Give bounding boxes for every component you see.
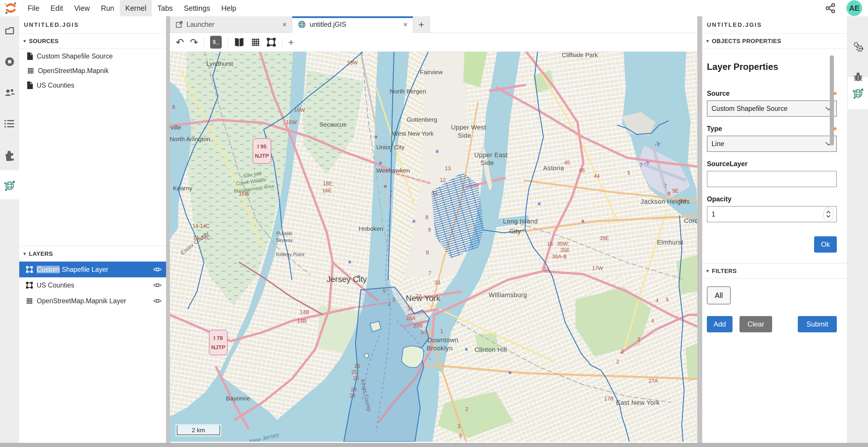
new-raster-layer-icon[interactable]: [251, 37, 260, 47]
filter-add-button[interactable]: Add: [707, 316, 733, 332]
close-tab-icon[interactable]: ×: [403, 20, 408, 29]
menu-tabs[interactable]: Tabs: [152, 0, 178, 16]
menu-file[interactable]: File: [22, 0, 45, 16]
toolbar-separator: [282, 36, 282, 48]
left-split-handle[interactable]: [166, 16, 170, 443]
source-item-us-counties[interactable]: US Counties: [19, 78, 166, 93]
layer-item-us-counties[interactable]: US Counties: [19, 277, 166, 293]
objects-properties-header[interactable]: ▾ OBJECTS PROPERTIES: [702, 33, 847, 49]
ref-label: 4: [651, 318, 654, 324]
tab-launcher[interactable]: Launcher ×: [170, 16, 292, 33]
new-vector-layer-icon[interactable]: [266, 37, 276, 47]
city-label: New York: [406, 294, 440, 303]
menu-view[interactable]: View: [68, 0, 95, 16]
add-tab-button[interactable]: +: [413, 16, 430, 33]
type-field: Type* Line: [707, 125, 837, 152]
ref-label: 16W: [286, 119, 297, 125]
town-label: North Bergen: [390, 88, 426, 95]
jupytergis-properties-icon[interactable]: [852, 87, 865, 100]
console-button[interactable]: $_: [210, 36, 222, 48]
layers-section-header[interactable]: ▾ LAYERS: [19, 246, 166, 262]
source-select[interactable]: Custom Shapefile Source: [707, 100, 837, 117]
ref-label: 35W;: [557, 241, 569, 247]
right-split-handle[interactable]: [697, 16, 702, 443]
ref-label: 31: [407, 306, 413, 311]
share-icon[interactable]: [825, 3, 836, 14]
file-icon: [27, 81, 33, 89]
ref-label: 5: [627, 170, 630, 176]
ref-label: 33: [434, 280, 440, 285]
town-label: Union City: [376, 144, 405, 150]
tab-untitled-jgis[interactable]: untitled.jGIS ×: [292, 16, 413, 33]
svg-text:NJTP: NJTP: [211, 344, 225, 350]
debugger-icon[interactable]: [852, 71, 864, 83]
map-canvas[interactable]: I 95 NJTP I 78 NJTP 19W16W16W18E;16E15W1…: [170, 52, 697, 442]
right-panel-title: UNTITLED.JGIS: [702, 16, 847, 33]
sourcelayer-input[interactable]: [707, 171, 837, 187]
filter-submit-button[interactable]: Submit: [798, 316, 837, 332]
type-select[interactable]: Line: [707, 136, 837, 152]
eye-icon[interactable]: [153, 266, 162, 273]
filters-header[interactable]: ▾ FILTERS: [702, 263, 847, 279]
ref-label: 8: [172, 104, 175, 110]
basemap-gallery-icon[interactable]: [234, 37, 245, 47]
ref-label: 25;: [351, 369, 359, 375]
town-label: Hoboken: [359, 225, 383, 232]
opacity-input[interactable]: 1: [707, 206, 837, 222]
sources-section-header[interactable]: ▾ SOURCES: [19, 33, 166, 49]
collapse-caret-icon: ▾: [706, 268, 709, 274]
collapse-caret-icon: ▾: [706, 38, 709, 44]
filter-clear-button[interactable]: Clear: [740, 316, 772, 332]
nbhd-label: Clinton Hill: [474, 346, 507, 353]
ref-label: 8: [426, 250, 429, 255]
table-of-contents-icon[interactable]: [4, 118, 16, 130]
ref-label: 5: [666, 297, 669, 303]
menu-edit[interactable]: Edit: [45, 0, 68, 16]
filter-all-button[interactable]: All: [707, 286, 731, 304]
source-item-openstreetmap-mapnik[interactable]: OpenStreetMap.Mapnik: [19, 63, 166, 78]
jupytergis-panel-icon[interactable]: [3, 179, 16, 192]
undo-button[interactable]: ↶: [176, 36, 184, 48]
opacity-field: Opacity 1: [707, 195, 837, 222]
nbhd-label: Brooklyn: [427, 345, 453, 352]
town-label: Cliffside Park: [562, 52, 598, 58]
avatar[interactable]: AE: [846, 0, 862, 16]
right-sidebar-panel: UNTITLED.JGIS ▾ OBJECTS PROPERTIES Layer…: [702, 16, 847, 443]
status-bar: [0, 443, 868, 447]
globe-icon: [298, 20, 306, 29]
left-activity-bar: [0, 16, 20, 443]
menu-kernel[interactable]: Kernel: [120, 0, 152, 16]
ok-button[interactable]: Ok: [814, 236, 837, 252]
menu-help[interactable]: Help: [216, 0, 242, 16]
property-inspector-icon[interactable]: [852, 41, 864, 53]
nbhd-label: Long Island: [503, 218, 537, 225]
ref-label: 17B: [604, 396, 614, 402]
layer-item-openstreetmap-mapnik-layer[interactable]: OpenStreetMap.Mapnik Layer: [19, 293, 166, 309]
vector-square-icon: [26, 266, 33, 273]
extensions-icon[interactable]: [3, 149, 16, 161]
nbhd-label: Upper East: [474, 151, 507, 159]
close-tab-icon[interactable]: ×: [282, 20, 287, 29]
menu-settings[interactable]: Settings: [178, 0, 216, 16]
scrollbar-thumb[interactable]: [830, 55, 834, 145]
ref-label: 2: [388, 301, 391, 307]
svg-text:NJTP: NJTP: [255, 153, 269, 159]
source-item-custom-shapefile[interactable]: Custom Shapefile Source: [19, 49, 166, 63]
menu-run[interactable]: Run: [95, 0, 120, 16]
ref-label: 8: [668, 191, 671, 197]
number-stepper[interactable]: [824, 207, 833, 221]
eye-icon[interactable]: [153, 282, 162, 288]
add-layer-button[interactable]: +: [288, 37, 294, 48]
ref-label: 35A-B: [552, 254, 567, 260]
ref-label: 16E: [322, 188, 332, 194]
file-browser-icon[interactable]: [4, 26, 15, 37]
ref-label: 3: [458, 423, 460, 429]
ref-label: 2: [465, 406, 468, 412]
redo-button[interactable]: ↷: [190, 36, 198, 48]
collaborators-icon[interactable]: [3, 87, 16, 99]
running-kernels-icon[interactable]: [4, 56, 16, 68]
sourcelayer-field: SourceLayer: [707, 160, 837, 187]
ref-label: 44: [594, 173, 600, 179]
layer-item-custom-shapefile-layer[interactable]: Custom Shapefile Layer: [19, 262, 166, 277]
eye-icon[interactable]: [153, 298, 162, 304]
